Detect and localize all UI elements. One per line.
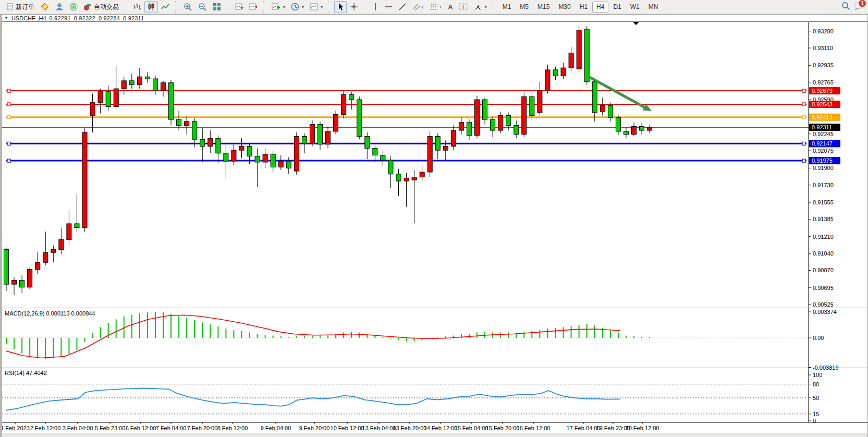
tile-windows-button[interactable] bbox=[210, 1, 224, 13]
candle[interactable] bbox=[632, 126, 637, 134]
candle[interactable] bbox=[624, 131, 628, 135]
community-button[interactable] bbox=[53, 1, 66, 13]
candle[interactable] bbox=[12, 280, 17, 284]
timeframe-mn-button[interactable]: MN bbox=[644, 2, 663, 13]
candle[interactable] bbox=[388, 160, 393, 174]
line-chart-mode-button[interactable] bbox=[158, 1, 172, 13]
candle[interactable] bbox=[373, 148, 377, 155]
line-anchor-handle[interactable] bbox=[802, 116, 805, 119]
timeframe-h1-button[interactable]: H1 bbox=[576, 2, 592, 13]
candle[interactable] bbox=[192, 122, 197, 139]
candle[interactable] bbox=[231, 150, 236, 161]
line-anchor-handle[interactable] bbox=[802, 142, 805, 145]
candle[interactable] bbox=[224, 153, 228, 161]
candle[interactable] bbox=[640, 126, 644, 130]
candle[interactable] bbox=[129, 81, 134, 85]
candle[interactable] bbox=[435, 136, 440, 150]
text-tool-button[interactable]: A bbox=[445, 1, 455, 13]
candle[interactable] bbox=[365, 136, 370, 148]
candle[interactable] bbox=[506, 115, 511, 125]
candle[interactable] bbox=[412, 177, 417, 180]
chart-shift-button[interactable] bbox=[247, 1, 260, 13]
candle[interactable] bbox=[310, 125, 314, 143]
search-button[interactable] bbox=[841, 2, 850, 12]
indicators-button[interactable]: ▾ bbox=[269, 1, 288, 13]
trendline-tool-button[interactable] bbox=[396, 1, 409, 13]
candle[interactable] bbox=[420, 172, 424, 177]
zoom-in-button[interactable] bbox=[181, 1, 195, 13]
candle[interactable] bbox=[114, 89, 118, 106]
signals-button[interactable] bbox=[67, 1, 80, 13]
timeframe-m1-button[interactable]: M1 bbox=[498, 2, 516, 13]
candle[interactable] bbox=[545, 70, 550, 91]
candle[interactable] bbox=[318, 125, 323, 144]
candle[interactable] bbox=[498, 115, 503, 130]
line-anchor-handle[interactable] bbox=[7, 116, 10, 119]
candle[interactable] bbox=[514, 126, 519, 135]
candle[interactable] bbox=[169, 83, 174, 119]
candle[interactable] bbox=[67, 224, 71, 239]
candle[interactable] bbox=[357, 100, 362, 136]
candle[interactable] bbox=[491, 119, 495, 130]
zoom-out-button[interactable] bbox=[195, 1, 210, 13]
bar-chart-mode-button[interactable] bbox=[130, 1, 144, 13]
candle[interactable] bbox=[427, 136, 432, 172]
candle[interactable] bbox=[278, 161, 283, 167]
channel-tool-button[interactable]: E bbox=[410, 1, 427, 13]
timeframe-m5-button[interactable]: M5 bbox=[516, 2, 533, 13]
line-anchor-handle[interactable] bbox=[7, 89, 10, 92]
auto-scroll-button[interactable] bbox=[233, 1, 246, 13]
candle[interactable] bbox=[208, 138, 213, 146]
candle[interactable] bbox=[569, 53, 573, 68]
candle[interactable] bbox=[404, 178, 409, 181]
horizontal-line-tool-button[interactable] bbox=[382, 1, 395, 13]
new-order-button[interactable]: 新订单 bbox=[4, 1, 37, 13]
arrows-tool-button[interactable]: ▾ bbox=[471, 1, 490, 13]
candle[interactable] bbox=[216, 138, 221, 153]
candle[interactable] bbox=[4, 249, 9, 284]
candle[interactable] bbox=[82, 132, 87, 228]
candle[interactable] bbox=[255, 156, 260, 162]
candle[interactable] bbox=[161, 83, 166, 91]
line-anchor-handle[interactable] bbox=[7, 159, 10, 162]
candle[interactable] bbox=[326, 131, 331, 144]
fibonacci-tool-button[interactable]: F bbox=[427, 1, 445, 13]
vertical-line-tool-button[interactable] bbox=[370, 1, 381, 13]
candle[interactable] bbox=[600, 105, 605, 111]
candle[interactable] bbox=[443, 147, 448, 151]
candle[interactable] bbox=[341, 95, 346, 115]
candle[interactable] bbox=[647, 127, 652, 130]
candle[interactable] bbox=[286, 161, 291, 168]
candle[interactable] bbox=[106, 92, 111, 107]
market-watch-button[interactable] bbox=[38, 1, 52, 13]
candle[interactable] bbox=[239, 147, 244, 151]
candle[interactable] bbox=[608, 105, 613, 117]
timeframe-w1-button[interactable]: W1 bbox=[626, 2, 644, 13]
line-anchor-handle[interactable] bbox=[802, 103, 805, 106]
candle[interactable] bbox=[200, 139, 205, 146]
timeframe-m15-button[interactable]: M15 bbox=[533, 2, 554, 13]
timeframe-m30-button[interactable]: M30 bbox=[554, 2, 574, 13]
candle[interactable] bbox=[75, 224, 79, 228]
candle[interactable] bbox=[349, 95, 354, 100]
candle[interactable] bbox=[145, 77, 150, 79]
line-anchor-handle[interactable] bbox=[7, 103, 10, 106]
timeframe-d1-button[interactable]: D1 bbox=[609, 2, 625, 13]
candle[interactable] bbox=[616, 117, 620, 131]
candle[interactable] bbox=[51, 249, 56, 252]
candle[interactable] bbox=[43, 252, 48, 262]
candle[interactable] bbox=[381, 155, 385, 161]
candle[interactable] bbox=[561, 68, 566, 76]
templates-button[interactable]: ▾ bbox=[307, 1, 325, 13]
chart-canvas[interactable]: MACD(12,26,9) 0.000113 0.000944RSI(14) 4… bbox=[2, 22, 867, 437]
text-label-tool-button[interactable]: T bbox=[456, 1, 471, 13]
candle[interactable] bbox=[537, 91, 542, 113]
candle[interactable] bbox=[35, 262, 40, 269]
auto-trading-button[interactable]: 自动交易 bbox=[81, 1, 121, 13]
candle[interactable] bbox=[294, 136, 299, 171]
line-anchor-handle[interactable] bbox=[7, 142, 10, 145]
crosshair-tool-button[interactable] bbox=[347, 1, 361, 13]
candle[interactable] bbox=[592, 82, 597, 113]
candle[interactable] bbox=[530, 96, 534, 115]
candle[interactable] bbox=[90, 103, 95, 116]
